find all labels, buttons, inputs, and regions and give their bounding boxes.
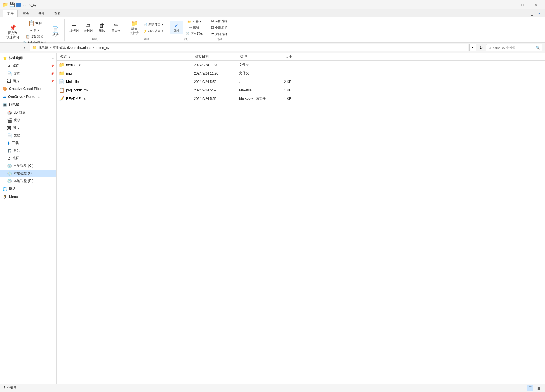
up-button[interactable]: ↑ (21, 44, 28, 51)
col-header-size[interactable]: 大小 (284, 54, 312, 59)
file-row-demo-ntc[interactable]: 📁 demo_ntc 2024/9/24 11:20 文件夹 (57, 61, 545, 69)
docs-icon: 📄 (7, 133, 12, 138)
rename-button[interactable]: ✏ 重命名 (109, 21, 123, 34)
file-date-readme: 2024/9/24 5:59 (194, 97, 239, 101)
sidebar-section-onedrive[interactable]: ☁ OneDrive - Persona (0, 93, 56, 101)
sidebar-item-pictures[interactable]: 🖼 图片 📌 (0, 77, 56, 85)
copy-button[interactable]: 📋 复制 (21, 19, 48, 28)
select-col: ☑ 全部选择 ☐ 全部取消 ⇄ 反向选择 (209, 19, 229, 37)
file-row-makefile[interactable]: 📄 Makefile 2024/9/24 5:59 . 2 KB (57, 78, 545, 86)
path-part-3[interactable]: download (77, 46, 91, 50)
quickaccess-icon: ⭐ (3, 56, 7, 60)
sidebar-item-docs[interactable]: 📄 文档 (0, 132, 56, 139)
window-folder-icon: 📁 (3, 2, 8, 7)
clipboard-col: 📋 复制 ✂ 剪切 📋 复制路径 📎 粘贴 (21, 19, 48, 45)
path-part-1[interactable]: 此电脑 (38, 45, 48, 50)
easy-access-icon: ⚡ (143, 29, 147, 33)
select-all-button[interactable]: ☑ 全部选择 (209, 19, 229, 24)
sidebar-item-drive-d[interactable]: 💿 本地磁盘 (D:) (0, 170, 56, 177)
refresh-button[interactable]: ↻ (477, 44, 485, 51)
delete-button[interactable]: 🗑 删除 (95, 21, 109, 34)
easy-access-button[interactable]: ⚡ 轻松访问 ▾ (142, 28, 165, 34)
path-part-2[interactable]: 本地磁盘 (D:) (53, 45, 73, 50)
ribbon-help-icon[interactable]: ? (536, 13, 542, 17)
file-row-projconfig[interactable]: 📋 proj_config.mk 2024/9/24 5:59 Makefile… (57, 86, 545, 94)
sidebar-section-linux[interactable]: 🐧 Linux (0, 193, 56, 201)
quickaccess-chevron: ⌄ (52, 57, 54, 60)
file-row-readme[interactable]: 📝 README.md 2024/9/24 5:59 Markdown 源文件 … (57, 94, 545, 103)
sidebar-item-drive-e[interactable]: 💿 本地磁盘 (E:) (0, 177, 56, 185)
history-button[interactable]: 🕐 历史记录 (184, 31, 205, 36)
images-label: 图片 (13, 125, 19, 130)
col-name-label: 名称 (60, 55, 67, 58)
move-to-button[interactable]: ➡ 移动到 (67, 21, 81, 34)
sidebar-item-downloads[interactable]: ⬇ 下载 (0, 139, 56, 147)
filename-img: img (66, 71, 72, 75)
documents-pin: 📌 (51, 72, 54, 75)
address-dropdown-button[interactable]: ▾ (469, 44, 476, 51)
select-none-icon: ☐ (211, 26, 214, 30)
invert-selection-button[interactable]: ⇄ 反向选择 (209, 31, 229, 37)
details-view-button[interactable]: ☰ (527, 385, 533, 391)
select-none-button[interactable]: ☐ 全部取消 (209, 25, 229, 30)
copy-path-button[interactable]: 📋 复制路径 (21, 34, 48, 39)
paste-button[interactable]: 📄 粘贴 (49, 26, 62, 38)
new-item-icon: 📄 (143, 23, 147, 26)
properties-button[interactable]: ✓ 属性 (170, 21, 183, 34)
search-box: 🔍 (486, 44, 542, 51)
col-header-type[interactable]: 类型 (239, 54, 284, 59)
column-headers: 名称 ▲ 修改日期 类型 大小 (57, 53, 545, 61)
edit-button[interactable]: ✏ 编辑 (184, 25, 205, 30)
col-header-name[interactable]: 名称 ▲ (59, 54, 194, 59)
tab-share[interactable]: 共享 (34, 10, 49, 17)
address-path[interactable]: 📁 此电脑 > 本地磁盘 (D:) > download > demo_xy (30, 44, 468, 51)
new-item-button[interactable]: 📄 新建项目 ▾ (142, 22, 165, 27)
ribbon-expand-icon[interactable]: ⌄ (528, 13, 536, 17)
tab-home[interactable]: 主页 (18, 10, 33, 17)
col-header-date[interactable]: 修改日期 (194, 54, 239, 59)
sidebar-item-documents[interactable]: 📄 文档 📌 (0, 70, 56, 77)
back-button[interactable]: ← (3, 44, 10, 51)
open-button[interactable]: 📂 打开 ▾ (184, 19, 205, 24)
desktop2-label: 桌面 (13, 156, 19, 161)
videos-icon: 🎬 (7, 118, 12, 123)
path-part-4[interactable]: demo_xy (96, 46, 110, 50)
search-input[interactable] (489, 46, 536, 49)
sidebar-item-desktop2[interactable]: 🖥 桌面 (0, 154, 56, 162)
desktop-icon: 🖥 (7, 64, 11, 68)
tab-file[interactable]: 文件 (3, 10, 18, 17)
cut-button[interactable]: ✂ 剪切 (21, 28, 48, 33)
copy-to-button[interactable]: ⧉ 复制到 (81, 21, 95, 34)
file-row-img[interactable]: 📁 img 2024/9/24 11:20 文件夹 (57, 69, 545, 78)
title-bar-icons: 📁 💾 (3, 2, 21, 7)
forward-button[interactable]: → (12, 44, 19, 51)
sidebar-item-drive-c[interactable]: 💿 本地磁盘 (C:) (0, 162, 56, 170)
desktop2-icon: 🖥 (7, 156, 11, 161)
file-size-projconfig: 1 KB (284, 88, 312, 92)
close-button[interactable]: ✕ (530, 0, 542, 9)
sidebar-item-desktop[interactable]: 🖥 桌面 📌 (0, 62, 56, 70)
filename-projconfig: proj_config.mk (66, 88, 88, 92)
sidebar-item-videos[interactable]: 🎬 视频 (0, 116, 56, 124)
videos-label: 视频 (14, 118, 20, 123)
sidebar-item-images[interactable]: 🖼 图片 (0, 124, 56, 132)
sidebar-section-thispc[interactable]: 💻 此电脑 (0, 101, 56, 109)
move-to-icon: ➡ (72, 22, 76, 28)
filename-demo-ntc: demo_ntc (66, 63, 81, 67)
minimize-button[interactable]: — (502, 0, 515, 9)
new-folder-button[interactable]: 📁 新建文件夹 (128, 19, 141, 36)
music-label: 音乐 (14, 148, 20, 153)
sidebar-item-3dobjects[interactable]: 🎲 3D 对象 (0, 109, 56, 116)
copy-path-icon: 📋 (26, 35, 30, 39)
pin-quickaccess-button[interactable]: 📌 固定到快速访问 (5, 24, 21, 40)
sidebar-section-creativecloud[interactable]: 🎨 Creative Cloud Files (0, 85, 56, 93)
sidebar-item-music[interactable]: 🎵 音乐 (0, 147, 56, 154)
sidebar-section-network[interactable]: 🌐 网络 (0, 185, 56, 193)
tab-view[interactable]: 查看 (50, 10, 65, 17)
sidebar-section-quickaccess[interactable]: ⭐ 快速访问 ⌄ (0, 54, 56, 62)
window: 📁 💾 demo_xy — □ ✕ 文件 主页 共享 查看 ⌄ ? (0, 0, 545, 392)
tiles-view-button[interactable]: ▦ (535, 385, 541, 391)
onedrive-label: OneDrive - Persona (8, 95, 39, 99)
ribbon-group-open: ✓ 属性 📂 打开 ▾ ✏ 编辑 🕐 (167, 19, 207, 41)
maximize-button[interactable]: □ (516, 0, 529, 9)
